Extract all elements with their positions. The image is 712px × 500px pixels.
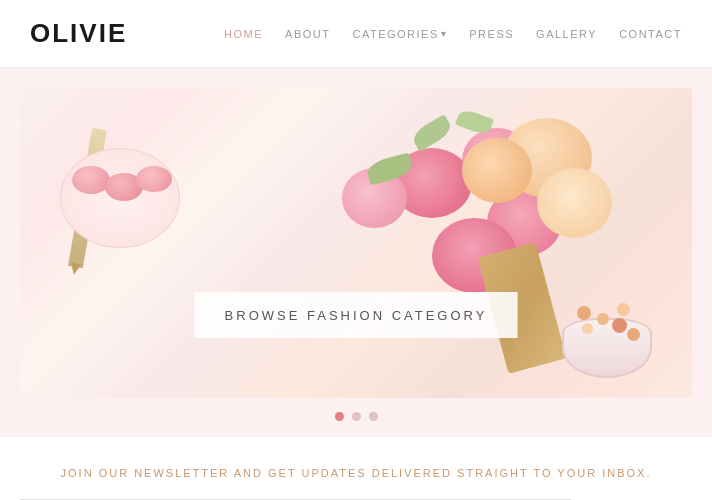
peach-rose-2	[537, 168, 612, 238]
confetti-3	[617, 303, 630, 316]
confetti-4	[612, 318, 627, 333]
nav-contact[interactable]: CONTACT	[619, 28, 682, 40]
peach-rose-3	[462, 138, 532, 203]
site-header: OLIVIE HOME ABOUT CATEGORIES PRESS GALLE…	[0, 0, 712, 68]
bowl-shape	[562, 318, 652, 378]
confetti-6	[627, 328, 640, 341]
macaron-3	[136, 166, 172, 192]
nav-categories[interactable]: CATEGORIES	[352, 28, 447, 40]
leaf-1	[410, 114, 455, 151]
hero-background: BROWSE FASHION CATEGORY	[20, 88, 692, 398]
confetti-5	[582, 323, 593, 334]
hero-section: BROWSE FASHION CATEGORY	[0, 68, 712, 437]
macaron-1	[72, 166, 110, 194]
newsletter-section: JOIN OUR NEWSLETTER AND GET UPDATES DELI…	[0, 437, 712, 500]
hero-carousel-dots	[20, 398, 692, 427]
nav-press[interactable]: PRESS	[469, 28, 514, 40]
carousel-dot-3[interactable]	[369, 412, 378, 421]
confetti-bowl-decoration	[562, 298, 662, 378]
nav-gallery[interactable]: GALLERY	[536, 28, 597, 40]
carousel-dot-2[interactable]	[352, 412, 361, 421]
main-nav: HOME ABOUT CATEGORIES PRESS GALLERY CONT…	[224, 28, 682, 40]
confetti-2	[597, 313, 609, 325]
newsletter-headline: JOIN OUR NEWSLETTER AND GET UPDATES DELI…	[20, 467, 692, 479]
nav-home[interactable]: HOME	[224, 28, 263, 40]
hero-image: BROWSE FASHION CATEGORY	[20, 88, 692, 398]
carousel-dot-1[interactable]	[335, 412, 344, 421]
hero-cta-text[interactable]: BROWSE FASHION CATEGORY	[225, 308, 488, 323]
hero-cta-overlay[interactable]: BROWSE FASHION CATEGORY	[195, 292, 518, 338]
nav-about[interactable]: ABOUT	[285, 28, 330, 40]
macarons-decoration	[50, 118, 210, 278]
confetti-1	[577, 306, 591, 320]
site-logo[interactable]: OLIVIE	[30, 18, 127, 49]
